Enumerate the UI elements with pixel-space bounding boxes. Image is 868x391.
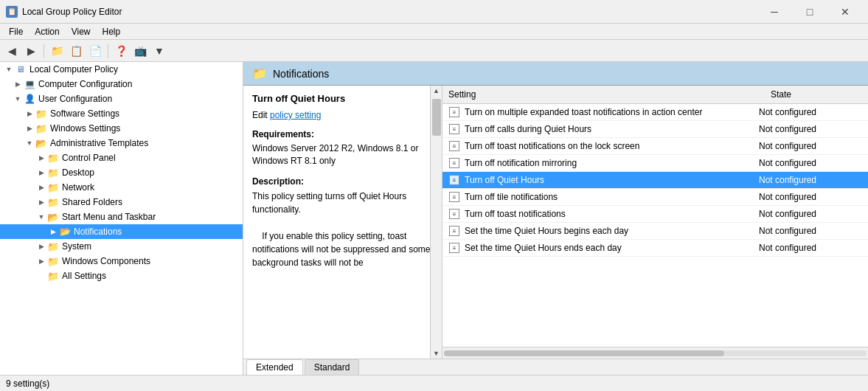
window-controls: ─ □ ✕	[757, 0, 862, 24]
root-icon: 🖥	[15, 63, 27, 75]
tree-network-label: Network	[62, 182, 94, 193]
setting-icon-8: ≡	[448, 225, 460, 237]
settings-list: ≡ Turn on multiple expanded toast notifi…	[442, 104, 868, 347]
description-body: This policy setting turns off Quiet Hour…	[252, 190, 433, 269]
tree-desktop-label: Desktop	[62, 167, 94, 178]
folder-button[interactable]: 📁	[48, 42, 66, 60]
scroll-thumb[interactable]	[432, 99, 441, 136]
h-scroll-thumb[interactable]	[444, 350, 724, 356]
tree-item-start-menu[interactable]: ▼ 📂 Start Menu and Taskbar	[0, 210, 243, 224]
setting-name-2: Turn off calls during Quiet Hours	[465, 124, 759, 134]
setting-state-7: Not configured	[759, 209, 862, 219]
settings-pane: Setting State ≡ Turn on multiple expande…	[442, 86, 868, 359]
tree-item-admin-templates[interactable]: ▼ 📂 Administrative Templates	[0, 136, 243, 150]
tree-shared-folders-label: Shared Folders	[62, 197, 122, 207]
tree-system-label: System	[62, 241, 91, 252]
setting-icon-1: ≡	[448, 106, 460, 118]
setting-icon-9: ≡	[448, 242, 460, 254]
window-title: Local Group Policy Editor	[22, 7, 122, 17]
horizontal-scrollbar[interactable]	[442, 347, 868, 359]
scroll-up-arrow[interactable]: ▲	[431, 86, 441, 96]
paste-button[interactable]: 📄	[86, 42, 104, 60]
tree-item-all-settings[interactable]: 📁 All Settings	[0, 269, 243, 283]
app-icon: 📋	[6, 6, 18, 18]
setting-name-9: Set the time Quiet Hours ends each day	[465, 243, 759, 253]
setting-icon-3: ≡	[448, 140, 460, 152]
help-button[interactable]: ❓	[112, 42, 130, 60]
maximize-button[interactable]: □	[793, 0, 827, 24]
tree-item-network[interactable]: ▶ 📁 Network	[0, 180, 243, 195]
tree-item-control-panel[interactable]: ▶ 📁 Control Panel	[0, 150, 243, 165]
settings-list-header: Setting State	[442, 86, 868, 104]
minimize-button[interactable]: ─	[757, 0, 791, 24]
windows-settings-icon: 📁	[35, 122, 47, 134]
desc-scrollbar[interactable]: ▲ ▼	[430, 86, 442, 359]
toggle-windows-components: ▶	[35, 255, 47, 267]
back-button[interactable]: ◀	[3, 42, 21, 60]
toggle-software-settings: ▶	[24, 108, 35, 120]
table-row[interactable]: ≡ Turn off tile notifications Not config…	[442, 189, 868, 206]
setting-state-4: Not configured	[759, 158, 862, 168]
windows-components-icon: 📁	[47, 255, 59, 267]
table-row[interactable]: ≡ Turn off Quiet Hours Not configured	[442, 172, 868, 189]
menu-action[interactable]: Action	[29, 25, 65, 38]
description-label: Description:	[252, 176, 433, 187]
tree-item-windows-components[interactable]: ▶ 📁 Windows Components	[0, 254, 243, 269]
notifications-icon: 📂	[59, 226, 71, 238]
table-row[interactable]: ≡ Turn off toast notifications Not confi…	[442, 206, 868, 223]
forward-button[interactable]: ▶	[22, 42, 40, 60]
right-panel: 📁 Notifications Turn off Quiet Hours Edi…	[243, 62, 868, 375]
view-button[interactable]: 📺	[131, 42, 149, 60]
edit-link[interactable]: policy setting	[270, 110, 321, 120]
filter-button[interactable]: ▼	[150, 42, 168, 60]
shared-folders-icon: 📁	[47, 196, 59, 208]
table-row[interactable]: ≡ Set the time Quiet Hours ends each day…	[442, 240, 868, 257]
tree-windows-components-label: Windows Components	[62, 256, 150, 266]
setting-state-8: Not configured	[759, 226, 862, 236]
user-config-icon: 👤	[24, 93, 35, 105]
setting-state-5: Not configured	[759, 175, 862, 185]
notif-header-title: Notifications	[273, 68, 329, 80]
tree-item-desktop[interactable]: ▶ 📁 Desktop	[0, 165, 243, 180]
tab-standard[interactable]: Standard	[305, 359, 360, 375]
tree-admin-templates-label: Administrative Templates	[50, 138, 148, 148]
tree-item-windows-settings[interactable]: ▶ 📁 Windows Settings	[0, 121, 243, 136]
tree-control-panel-label: Control Panel	[62, 153, 116, 163]
menu-view[interactable]: View	[66, 25, 97, 38]
toggle-computer-config: ▶	[12, 78, 24, 90]
table-row[interactable]: ≡ Set the time Quiet Hours begins each d…	[442, 223, 868, 240]
h-scroll-track	[444, 350, 867, 356]
table-row[interactable]: ≡ Turn off calls during Quiet Hours Not …	[442, 121, 868, 138]
tree-item-root[interactable]: ▼ 🖥 Local Computer Policy	[0, 62, 243, 77]
scroll-down-arrow[interactable]: ▼	[431, 348, 441, 359]
close-button[interactable]: ✕	[828, 0, 862, 24]
computer-config-icon: 💻	[24, 78, 35, 90]
tree-item-shared-folders[interactable]: ▶ 📁 Shared Folders	[0, 195, 243, 210]
menu-help[interactable]: Help	[97, 25, 127, 38]
tree-item-notifications[interactable]: ▶ 📂 Notifications	[0, 224, 243, 239]
setting-state-9: Not configured	[759, 243, 862, 253]
tree-item-computer-config[interactable]: ▶ 💻 Computer Configuration	[0, 77, 243, 91]
policy-title: Turn off Quiet Hours	[252, 93, 433, 104]
copy-button[interactable]: 📋	[67, 42, 85, 60]
description-pane: Turn off Quiet Hours Edit policy setting…	[243, 86, 442, 359]
setting-name-3: Turn off toast notifications on the lock…	[465, 141, 759, 151]
network-icon: 📁	[47, 181, 59, 193]
table-row[interactable]: ≡ Turn off toast notifications on the lo…	[442, 138, 868, 155]
tree-item-user-config[interactable]: ▼ 👤 User Configuration	[0, 91, 243, 106]
toolbar: ◀ ▶ 📁 📋 📄 ❓ 📺 ▼	[0, 40, 868, 62]
toggle-system: ▶	[35, 241, 47, 252]
tree-software-settings-label: Software Settings	[50, 108, 119, 119]
tree-item-system[interactable]: ▶ 📁 System	[0, 239, 243, 254]
menu-file[interactable]: File	[3, 25, 29, 38]
tree-item-software-settings[interactable]: ▶ 📁 Software Settings	[0, 106, 243, 121]
tree-notifications-label: Notifications	[74, 226, 122, 237]
toggle-notifications: ▶	[47, 226, 59, 238]
title-bar-left: 📋 Local Group Policy Editor	[6, 6, 122, 18]
tree-windows-settings-label: Windows Settings	[50, 123, 120, 134]
setting-name-6: Turn off tile notifications	[465, 192, 759, 202]
table-row[interactable]: ≡ Turn off notification mirroring Not co…	[442, 155, 868, 172]
tab-extended[interactable]: Extended	[246, 359, 303, 375]
table-row[interactable]: ≡ Turn on multiple expanded toast notifi…	[442, 104, 868, 121]
edit-link-container: Edit policy setting	[252, 110, 433, 120]
